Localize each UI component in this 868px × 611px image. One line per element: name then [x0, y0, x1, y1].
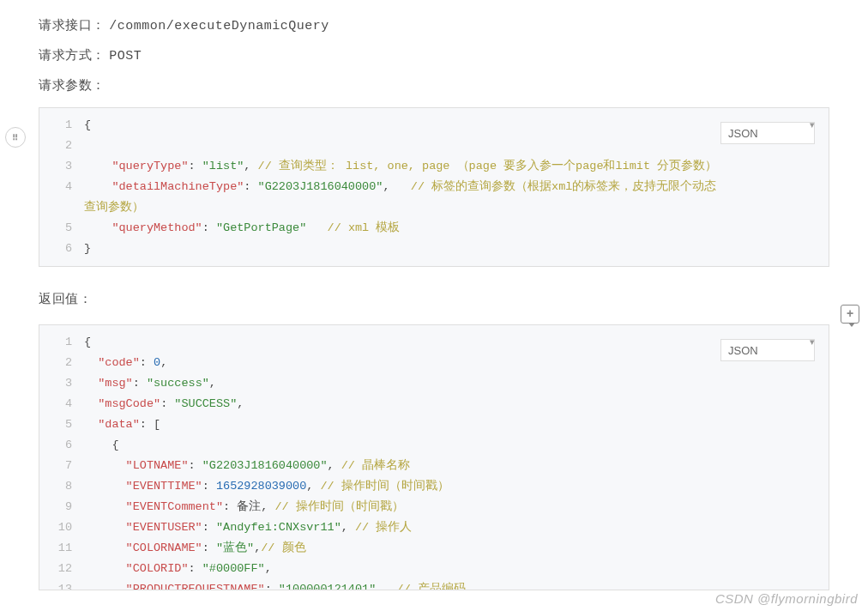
code-token: , [328, 459, 341, 472]
code-token: : [189, 562, 202, 575]
code-text: "msgCode": "SUCCESS", [84, 394, 822, 414]
code-token: : [202, 521, 216, 534]
code-line: 10 "EVENTUSER": "Andyfei:CNXsvr11", // 操… [46, 517, 822, 538]
code-line: 8 "EVENTTIME": 1652928039000, // 操作时间（时间… [46, 476, 822, 497]
code-token: , [383, 180, 410, 193]
code-token: , [341, 521, 355, 534]
page-root: 请求接口： /common/executeDynamicQuery 请求方式： … [0, 0, 868, 611]
code-token: , [306, 480, 320, 493]
code-token: "queryType" [112, 160, 188, 172]
code-token: // 产品编码 [397, 583, 466, 590]
code-line: 13 "PRODUCTREQUESTNAME": "100000121401" … [46, 579, 822, 590]
code-token: : [140, 356, 154, 369]
method-value: POST [109, 49, 142, 64]
line-number: 7 [46, 456, 84, 476]
code-line: 11 "COLORNAME": "蓝色",// 颜色 [46, 538, 822, 559]
code-text [84, 136, 822, 156]
watermark-text: CSDN @flymorningbird [715, 591, 858, 606]
code-token [84, 439, 112, 451]
code-text: "EVENTUSER": "Andyfei:CNXsvr11", // 操作人 [84, 517, 822, 538]
code-line: 5 "data": [ [46, 414, 822, 435]
code-line: 2 "code": 0, [46, 353, 822, 373]
line-number: 8 [46, 476, 84, 497]
code-line: 1{ [46, 115, 822, 136]
code-token: : 备注, [223, 500, 274, 513]
code-token: // xml 模板 [328, 221, 401, 234]
method-heading: 请求方式： POST [39, 47, 829, 64]
code-line: 3 "queryType": "list", // 查询类型： list, on… [46, 156, 822, 177]
code-text: "code": 0, [84, 353, 822, 373]
code-token: // 颜色 [261, 541, 305, 554]
code-token: { [112, 439, 118, 451]
code-token: "EVENTUSER" [126, 521, 202, 534]
code-token [84, 521, 126, 534]
language-select[interactable]: JSON [720, 122, 815, 144]
code-token [84, 541, 126, 554]
line-number: 12 [46, 559, 84, 579]
code-token: "Andyfei:CNXsvr11" [216, 521, 341, 534]
code-line: 2 [46, 136, 822, 156]
code-token: "msgCode" [98, 397, 160, 410]
request-code-block: JSON 1{23 "queryType": "list", // 查询类型： … [39, 107, 829, 267]
line-number: 6 [46, 239, 84, 259]
code-text: "LOTNAME": "G2203J1816040000", // 晶棒名称 [84, 456, 822, 476]
code-token: // 操作人 [355, 521, 412, 534]
code-token: "GetPortPage" [216, 221, 306, 234]
code-token: "100000121401" [279, 583, 376, 590]
code-token: // 操作时间（时间戳） [320, 480, 449, 493]
code-line: 9 "EVENTComment": 备注, // 操作时间（时间戳） [46, 497, 822, 517]
code-token: // 操作时间（时间戳） [274, 500, 403, 513]
code-token [84, 356, 98, 369]
code-token: : [160, 397, 174, 410]
line-number: 3 [46, 156, 84, 177]
code-token [84, 583, 126, 590]
line-number: 10 [46, 517, 84, 538]
code-token: : [244, 180, 257, 193]
code-token [84, 377, 98, 390]
code-text: "EVENTComment": 备注, // 操作时间（时间戳） [84, 497, 822, 517]
code-token [84, 500, 126, 513]
line-number: 2 [46, 136, 84, 156]
code-token: "code" [98, 356, 140, 369]
code-token: "G2203J1816040000" [258, 180, 383, 193]
code-token: : [133, 377, 147, 390]
code-token: "蓝色" [216, 541, 254, 554]
code-token [84, 160, 112, 172]
line-number: 13 [46, 579, 84, 590]
code-token: // 晶棒名称 [341, 459, 410, 472]
code-token: 0 [154, 356, 160, 369]
code-token: { [84, 336, 91, 348]
code-token: 1652928039000 [216, 480, 306, 493]
code-line: 4 "detailMachineType": "G2203J1816040000… [46, 177, 822, 218]
code-line: 5 "queryMethod": "GetPortPage" // xml 模板 [46, 218, 822, 239]
code-token: : [189, 459, 202, 472]
code-text: { [84, 435, 822, 456]
code-token: , [265, 562, 272, 575]
code-token: "COLORNAME" [126, 541, 202, 554]
language-select-2[interactable]: JSON [720, 339, 815, 361]
code-token: "PRODUCTREQUESTNAME" [126, 583, 265, 590]
code-token: { [84, 118, 91, 131]
code-line: 6} [46, 239, 822, 259]
line-number: 2 [46, 353, 84, 373]
code-token: "COLORID" [126, 562, 189, 575]
drag-handle-icon[interactable]: ⠿ [5, 127, 26, 148]
code-text: "queryMethod": "GetPortPage" // xml 模板 [84, 218, 822, 239]
code-token: "LOTNAME" [126, 459, 189, 472]
request-code-lines: 1{23 "queryType": "list", // 查询类型： list,… [46, 115, 822, 259]
code-token: "detailMachineType" [112, 180, 244, 193]
return-label: 返回值： [39, 291, 92, 306]
code-token: "data" [98, 418, 140, 431]
line-number: 6 [46, 435, 84, 456]
code-text: "EVENTTIME": 1652928039000, // 操作时间（时间戳） [84, 476, 822, 497]
code-token: : [202, 480, 216, 493]
code-text: "PRODUCTREQUESTNAME": "100000121401" // … [84, 579, 822, 590]
code-token: , [237, 397, 244, 410]
code-text: { [84, 115, 822, 136]
code-text: "detailMachineType": "G2203J1816040000",… [84, 177, 822, 218]
code-token [84, 480, 126, 493]
code-text: "COLORNAME": "蓝色",// 颜色 [84, 538, 822, 559]
code-token: "SUCCESS" [174, 397, 237, 410]
add-comment-icon[interactable]: + [841, 305, 859, 324]
line-number: 5 [46, 414, 84, 435]
